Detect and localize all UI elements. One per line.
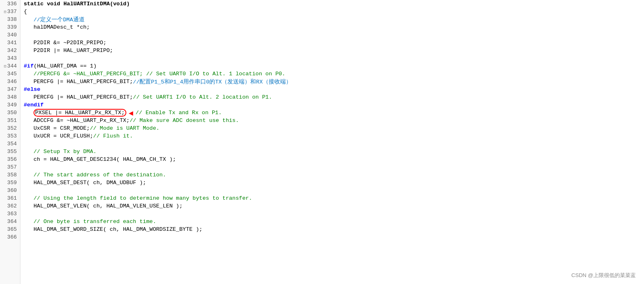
line-number: 366 [0,233,20,241]
line-number: 348 [0,93,20,101]
line-number: 346 [0,78,20,86]
code-segment: PERCFG |= HAL_UART_PERCFG_BIT; [34,94,133,100]
code-segment: UxUCR = UCR_FLUSH; [34,133,93,139]
code-segment: // One byte is transferred each time. [34,219,156,225]
code-line: //PERCFG &= ~HAL_UART_PERCFG_BIT; // Set… [24,70,644,78]
code-line: // Using the length field to determine h… [24,194,644,202]
line-number: ⊟344 [0,62,20,70]
line-number: 347 [0,86,20,93]
code-line: HAL_DMA_SET_DEST( ch, DMA_UDBUF ); [24,179,644,187]
code-segment: // Using the length field to determine h… [34,195,252,201]
code-line: P2DIR |= HAL_UART_PRIPO; [24,47,644,54]
watermark: CSDN @上限很低的菜菜蓝 [571,272,636,279]
code-line: P2DIR &= ~P2DIR_PRIPO; [24,39,644,47]
code-comment: // Enable Tx and Rx on P1. [136,110,222,116]
code-line: // Setup Tx by DMA. [24,148,644,156]
line-number: 353 [0,132,20,140]
code-segment: HAL_DMA_SET_DEST( ch, DMA_UDBUF ); [34,180,146,186]
code-segment: UxCSR = CSR_MODE; [34,125,90,131]
code-line [24,163,644,171]
circled-code: PXSEL |= HAL_UART_Px_RX_TX; [34,109,126,117]
line-numbers: 336⊟337338339340341342343⊟34434534634734… [0,0,20,284]
code-line: static void HalUARTInitDMA(void) [24,0,644,8]
code-line: HAL_DMA_SET_VLEN( ch, HAL_DMA_VLEN_USE_L… [24,202,644,210]
line-number: 339 [0,23,20,31]
fold-icon[interactable]: ⊟ [4,9,7,14]
code-line: // One byte is transferred each time. [24,218,644,225]
code-segment: ADCCFG &= ~HAL_UART_Px_RX_TX; [34,117,130,124]
code-segment: // Mode is UART Mode. [90,125,159,131]
red-arrow-icon: ◀ [129,108,133,117]
code-segment: P2DIR |= HAL_UART_PRIPO; [34,47,113,54]
code-line: #endif [24,101,644,109]
code-line [24,140,644,148]
line-number: 340 [0,31,20,39]
code-segment: { [24,9,27,15]
code-line: PXSEL |= HAL_UART_Px_RX_TX;◀// Enable Tx… [24,109,644,117]
line-number: 361 [0,194,20,202]
line-number: ⊟337 [0,8,20,16]
line-number: 350 [0,109,20,117]
code-segment: halDMADesc_t *ch; [34,24,90,30]
line-number: 363 [0,210,20,218]
line-number: 342 [0,47,20,54]
code-line: ADCCFG &= ~HAL_UART_Px_RX_TX; // Make su… [24,117,644,124]
line-number: 359 [0,179,20,187]
code-segment: // Make sure ADC doesnt use this. [130,117,239,124]
line-number: 358 [0,171,20,179]
code-line [24,187,644,194]
code-line [24,31,644,39]
line-number: 356 [0,156,20,163]
line-number: 362 [0,202,20,210]
code-line: // The start address of the destination. [24,171,644,179]
line-number: 345 [0,70,20,78]
code-line: ch = HAL_DMA_GET_DESC1234( HAL_DMA_CH_TX… [24,156,644,163]
line-number: 355 [0,148,20,156]
code-segment: //PERCFG &= ~HAL_UART_PERCFG_BIT; // Set… [34,71,285,77]
code-line: halDMADesc_t *ch; [24,23,644,31]
code-segment: #else [24,86,40,92]
code-segment: static void HalUARTInitDMA(void) [24,1,130,7]
code-line [24,233,644,241]
code-segment: // Setup Tx by DMA. [34,149,96,155]
code-line: #if (HAL_UART_DMA == 1) [24,62,644,70]
code-area[interactable]: static void HalUARTInitDMA(void){//定义一个D… [20,0,644,284]
code-line: HAL_DMA_SET_WORD_SIZE( ch, HAL_DMA_WORDS… [24,225,644,233]
code-line: { [24,8,644,16]
code-segment: P2DIR &= ~P2DIR_PRIPO; [34,40,106,46]
line-number: 357 [0,163,20,171]
line-number: 336 [0,0,20,8]
code-line: UxCSR = CSR_MODE; // Mode is UART Mode. [24,124,644,132]
code-segment: ch = HAL_DMA_GET_DESC1234( HAL_DMA_CH_TX… [34,156,176,162]
code-segment: //配置P1_5和P1_4用作串口0的TX（发送端）和RX（接收端） [133,78,292,86]
code-segment: (HAL_UART_DMA == 1) [34,63,96,69]
code-segment: #if [24,63,34,69]
code-segment: //定义一个DMA通道 [34,16,85,23]
line-number: 351 [0,117,20,124]
line-number: 365 [0,225,20,233]
code-line [24,54,644,62]
line-number: 360 [0,187,20,194]
code-segment: // Set UART1 I/O to Alt. 2 location on P… [133,94,272,100]
line-number: 338 [0,16,20,23]
fold-icon[interactable]: ⊟ [4,64,7,69]
code-segment: PERCFG |= HAL_UART_PERCFG_BIT; [34,79,133,85]
line-number: 343 [0,54,20,62]
line-number: 364 [0,218,20,225]
line-number: 352 [0,124,20,132]
code-line: PERCFG |= HAL_UART_PERCFG_BIT; // Set UA… [24,93,644,101]
code-line [24,210,644,218]
code-segment: #endif [24,102,44,108]
line-number: 341 [0,39,20,47]
code-segment: HAL_DMA_SET_WORD_SIZE( ch, HAL_DMA_WORDS… [34,226,202,232]
code-segment: // Flush it. [93,133,133,139]
code-line: //定义一个DMA通道 [24,16,644,23]
line-number: 354 [0,140,20,148]
line-number: 349 [0,101,20,109]
code-container: 336⊟337338339340341342343⊟34434534634734… [0,0,644,284]
code-line: #else [24,86,644,93]
code-line: PERCFG |= HAL_UART_PERCFG_BIT; //配置P1_5和… [24,78,644,86]
code-segment: // The start address of the destination. [34,172,166,178]
code-segment: HAL_DMA_SET_VLEN( ch, HAL_DMA_VLEN_USE_L… [34,203,183,209]
code-line: UxUCR = UCR_FLUSH; // Flush it. [24,132,644,140]
